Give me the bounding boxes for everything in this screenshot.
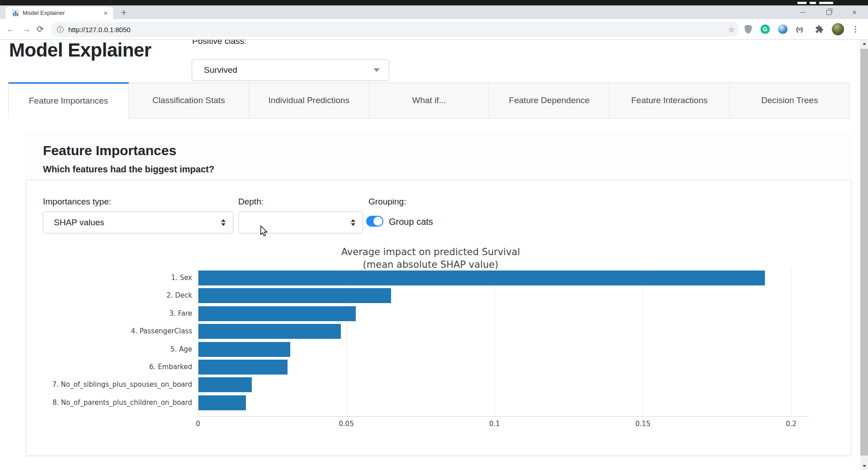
page-scrollbar[interactable] [860,40,868,470]
tab-decision-trees[interactable]: Decision Trees [730,82,850,119]
bar-2 [198,288,391,303]
shield-extension-icon[interactable] [741,19,756,39]
profile-button[interactable] [830,19,845,39]
positive-class-label: Positive class: [192,40,246,46]
tab-label: Decision Trees [761,95,818,105]
tab-label: Feature Interactions [631,95,708,105]
tab-what-if[interactable]: What if... [369,82,490,119]
url-text: http://127.0.0.1:8050 [68,26,131,33]
y-axis-label: 5. Age [43,345,192,353]
screen-recorder-strip [0,0,868,5]
new-tab-button[interactable]: + [118,7,130,19]
scroll-down-icon[interactable] [860,462,868,470]
x-tick-label: 0.15 [629,420,656,428]
gridline [643,268,643,416]
mouse-cursor [260,225,268,237]
bar-6 [198,360,288,375]
window-close-button[interactable]: × [844,5,865,19]
y-axis-label: 2. Deck [43,291,192,299]
grammarly-icon: G [760,24,770,34]
bar-1 [198,271,765,285]
importances-type-label: Importances type: [43,197,111,207]
shield-icon [745,25,752,33]
bar-8 [198,395,246,410]
card-title: Feature Importances [43,143,176,158]
y-axis-label: 4. PassengerClass [43,327,192,335]
back-button[interactable]: ← [3,19,18,39]
bookmark-star-icon[interactable]: ☆ [728,25,735,34]
toggle-knob [373,217,382,226]
tab-feature-dependence[interactable]: Feature Dependence [489,82,609,119]
tab-classification-stats[interactable]: Classification Stats [129,82,249,119]
puzzle-icon [815,25,824,33]
restore-icon [826,10,831,15]
group-cats-toggle[interactable] [366,216,383,227]
browser-tab[interactable]: Model Explainer × [5,7,113,19]
address-bar[interactable]: ⓘ http://127.0.0.1:8050 ☆ [51,22,739,37]
screen: Model Explainer × + × ← → ⟳ ⓘ http://127… [0,0,868,470]
favicon-chart-icon [12,9,19,17]
browser-menu-button[interactable]: ⋮ [848,19,863,39]
bar-4 [198,324,341,339]
braces-extension-icon[interactable]: {≡} [792,19,807,39]
download-manager-icon [778,24,788,34]
depth-label: Depth: [238,197,264,207]
tab-label: Classification Stats [152,95,225,105]
tab-label: Feature Dependence [509,95,590,105]
window-minimize-button[interactable] [793,5,813,19]
y-axis-label: 8. No_of_parents_plus_children_on_board [43,399,192,407]
browser-tab-strip: Model Explainer × + × [0,5,868,19]
tab-label: Feature Importances [29,96,108,106]
depth-select[interactable] [238,211,363,233]
scrollbar-thumb[interactable] [860,49,868,456]
y-axis-label: 6. Embarked [43,363,192,371]
tab-bar: Feature ImportancesClassification StatsI… [8,82,850,119]
timestamp-fragment [819,2,833,4]
timestamp-fragment [797,2,807,4]
site-info-icon[interactable]: ⓘ [57,25,64,34]
idm-extension-icon[interactable] [775,19,790,39]
chart-subtitle: (mean absolute SHAP value) [43,259,818,270]
tab-individual-predictions[interactable]: Individual Predictions [249,82,369,119]
y-axis-label: 1. Sex [43,274,192,282]
extensions-puzzle-icon[interactable] [811,19,827,39]
select-arrows-icon [351,219,355,226]
x-tick-label: 0 [184,420,212,428]
positive-class-dropdown[interactable]: Survived [192,59,389,81]
timestamp-fragment [810,2,816,4]
window-restore-button[interactable] [818,5,839,19]
importances-type-select[interactable]: SHAP values [43,211,233,233]
bar-7 [198,377,252,392]
chart-title: Average impact on predicted Survival [43,247,818,257]
scroll-up-icon[interactable] [860,40,868,47]
importances-type-value: SHAP values [54,218,104,228]
tab-feature-importances[interactable]: Feature Importances [8,82,129,119]
page-title: Model Explainer [9,40,151,62]
grammarly-extension-icon[interactable]: G [757,19,773,39]
x-tick-label: 0.05 [333,420,360,428]
chart: Average impact on predicted Survival (me… [43,244,818,439]
grouping-label: Grouping: [368,197,406,207]
tab-label: What if... [412,95,446,105]
x-tick-label: 0.2 [778,420,805,428]
tab-close-icon[interactable]: × [102,9,109,17]
avatar [832,23,844,35]
select-arrows-icon [221,219,226,226]
minimize-icon [800,12,806,13]
positive-class-value: Survived [204,65,237,75]
gridline [791,268,792,416]
y-axis-label: 7. No_of_siblings_plus_spouses_on_board [43,380,192,389]
gridline [495,268,495,416]
bar-3 [198,306,356,321]
x-axis-line [198,416,809,417]
group-cats-label: Group cats [389,217,433,227]
card-subtitle: Which features had the biggest impact? [43,164,214,175]
forward-button[interactable]: → [19,19,34,39]
tab-feature-interactions[interactable]: Feature Interactions [609,82,730,119]
tab-title: Model Explainer [23,9,102,16]
bar-5 [198,342,290,357]
reload-button[interactable]: ⟳ [33,19,48,39]
tab-label: Individual Predictions [268,95,349,105]
y-axis-label: 3. Fare [43,309,192,318]
browser-toolbar: ← → ⟳ ⓘ http://127.0.0.1:8050 ☆ G {≡} ⋮ [0,19,868,39]
